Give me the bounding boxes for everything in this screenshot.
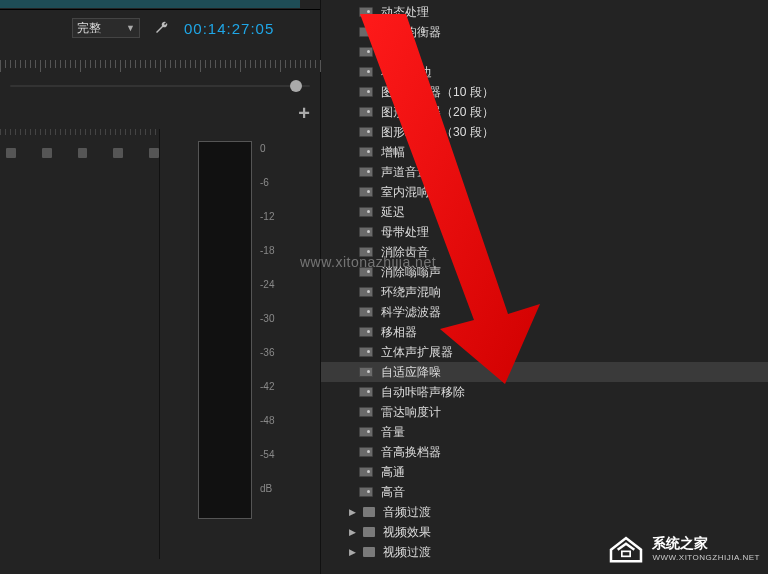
effect-label: 消除嗡嗡声 — [381, 264, 441, 281]
effect-label: 视频过渡 — [383, 544, 431, 561]
expand-icon[interactable]: ▶ — [349, 507, 359, 517]
marker[interactable] — [113, 148, 123, 158]
preset-icon — [359, 87, 373, 97]
effect-label: 增幅 — [381, 144, 405, 161]
fit-select-label: 完整 — [77, 20, 101, 37]
preset-icon — [359, 407, 373, 417]
expand-icon[interactable]: ▶ — [349, 547, 359, 557]
zoom-slider-thumb[interactable] — [290, 80, 302, 92]
timecode-display[interactable]: 00:14:27:05 — [184, 20, 274, 37]
effect-preset[interactable]: 图形均衡器（20 段） — [321, 102, 768, 122]
brand-logo-icon — [606, 528, 646, 568]
preset-icon — [359, 447, 373, 457]
effect-label: 动态处理 — [381, 4, 429, 21]
effect-preset[interactable]: 高音 — [321, 482, 768, 502]
db-label: dB — [260, 483, 274, 517]
effect-preset[interactable]: 高通 — [321, 462, 768, 482]
preset-icon — [359, 167, 373, 177]
expand-icon[interactable]: ▶ — [349, 527, 359, 537]
wrench-icon[interactable] — [154, 20, 170, 36]
video-clip — [0, 0, 300, 8]
zoom-slider[interactable] — [10, 78, 310, 94]
effect-preset[interactable]: 科学滤波器 — [321, 302, 768, 322]
marker[interactable] — [6, 148, 16, 158]
timeline-ruler[interactable] — [0, 60, 320, 74]
effect-preset[interactable]: 和声/镶边 — [321, 62, 768, 82]
marker[interactable] — [149, 148, 159, 158]
db-label: -54 — [260, 449, 274, 483]
effect-preset[interactable]: 延迟 — [321, 202, 768, 222]
effect-preset[interactable]: 自适应降噪 — [321, 362, 768, 382]
db-label: 0 — [260, 143, 274, 177]
effect-preset[interactable]: 图形均衡器（30 段） — [321, 122, 768, 142]
db-label: -18 — [260, 245, 274, 279]
brand-subtitle: WWW.XITONGZHIJIA.NET — [652, 553, 760, 562]
effect-label: 音量 — [381, 424, 405, 441]
effect-preset[interactable]: 消除嗡嗡声 — [321, 262, 768, 282]
effect-label: 高通 — [381, 464, 405, 481]
effect-label: 图形均衡器（20 段） — [381, 104, 494, 121]
effect-label: 母带处理 — [381, 224, 429, 241]
preset-icon — [359, 487, 373, 497]
effect-preset[interactable]: 动态处理 — [321, 2, 768, 22]
audio-meter — [198, 141, 252, 519]
effect-preset[interactable]: 音量 — [321, 422, 768, 442]
track-panel — [0, 129, 160, 559]
effect-preset[interactable]: 雷达响度计 — [321, 402, 768, 422]
preset-icon — [359, 387, 373, 397]
db-label: -42 — [260, 381, 274, 415]
effect-preset[interactable]: 环绕声混响 — [321, 282, 768, 302]
effect-label: 环绕声混响 — [381, 284, 441, 301]
preset-icon — [359, 307, 373, 317]
db-label: -6 — [260, 177, 274, 211]
effect-preset[interactable]: 反转 — [321, 42, 768, 62]
effect-label: 音频过渡 — [383, 504, 431, 521]
effect-label: 音高换档器 — [381, 444, 441, 461]
effect-label: 延迟 — [381, 204, 405, 221]
effect-label: 参数均衡器 — [381, 24, 441, 41]
effect-label: 反转 — [381, 44, 405, 61]
preset-icon — [359, 27, 373, 37]
effect-label: 声道音量 — [381, 164, 429, 181]
preset-icon — [359, 367, 373, 377]
effect-label: 图形均衡器（10 段） — [381, 84, 494, 101]
effect-preset[interactable]: 室内混响 — [321, 182, 768, 202]
fit-select[interactable]: 完整 ▼ — [72, 18, 140, 38]
effect-preset[interactable]: 立体声扩展器 — [321, 342, 768, 362]
folder-icon — [363, 547, 375, 557]
effect-label: 自动咔嗒声移除 — [381, 384, 465, 401]
effect-preset[interactable]: 消除齿音 — [321, 242, 768, 262]
preset-icon — [359, 347, 373, 357]
preset-icon — [359, 127, 373, 137]
brand-watermark: 系统之家 WWW.XITONGZHIJIA.NET — [606, 528, 760, 568]
effect-preset[interactable]: 音高换档器 — [321, 442, 768, 462]
preset-icon — [359, 207, 373, 217]
preset-icon — [359, 467, 373, 477]
effect-preset[interactable]: 参数均衡器 — [321, 22, 768, 42]
effect-preset[interactable]: 增幅 — [321, 142, 768, 162]
db-scale: 0-6-12-18-24-30-36-42-48-54dB — [260, 143, 274, 517]
effect-preset[interactable]: 自动咔嗒声移除 — [321, 382, 768, 402]
effect-preset[interactable]: 图形均衡器（10 段） — [321, 82, 768, 102]
effect-preset[interactable]: 母带处理 — [321, 222, 768, 242]
svg-rect-1 — [622, 551, 630, 556]
effects-tree[interactable]: 动态处理参数均衡器反转和声/镶边图形均衡器（10 段）图形均衡器（20 段）图形… — [321, 0, 768, 562]
effect-label: 和声/镶边 — [381, 64, 432, 81]
marker[interactable] — [42, 148, 52, 158]
folder-icon — [363, 527, 375, 537]
folder-icon — [363, 507, 375, 517]
monitor-controls: 完整 ▼ 00:14:27:05 — [0, 10, 320, 46]
marker[interactable] — [78, 148, 88, 158]
preset-icon — [359, 267, 373, 277]
effect-label: 科学滤波器 — [381, 304, 441, 321]
effect-preset[interactable]: 声道音量 — [321, 162, 768, 182]
effect-preset[interactable]: 移相器 — [321, 322, 768, 342]
db-label: -24 — [260, 279, 274, 313]
audio-meter-panel: 0-6-12-18-24-30-36-42-48-54dB — [160, 129, 320, 559]
effect-label: 立体声扩展器 — [381, 344, 453, 361]
preset-icon — [359, 147, 373, 157]
preset-icon — [359, 107, 373, 117]
add-button[interactable]: + — [298, 102, 310, 125]
effect-label: 高音 — [381, 484, 405, 501]
effects-folder[interactable]: ▶音频过渡 — [321, 502, 768, 522]
